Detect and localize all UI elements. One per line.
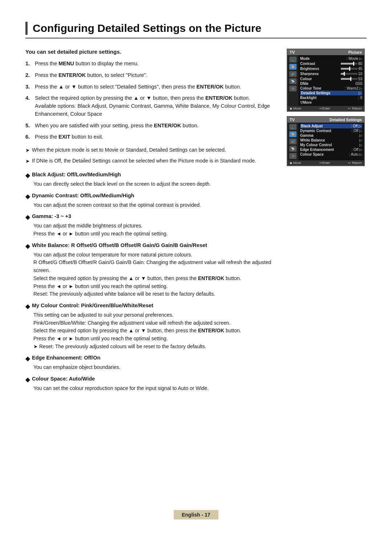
bullet-gamma: ◆ Gamma: -3 ~ +3 You can adjust the midd… (25, 213, 276, 238)
content-area: You can set detailed picture settings. 1… (25, 49, 367, 397)
page-title: Configuring Detailed Settings on the Pic… (33, 22, 261, 35)
tv-footer-1: ◆ Move ↵Enter ↩ Return (287, 106, 364, 111)
step-1: 1. Press the MENU button to display the … (25, 60, 276, 68)
step-5: 5. When you are satisfied with your sett… (25, 122, 276, 130)
tv-icon-1: 📺 (289, 57, 297, 62)
tv-icon-2-5: ⚙ (289, 153, 297, 159)
step-list: 1. Press the MENU button to display the … (25, 60, 276, 141)
page-container: Configuring Detailed Settings on the Pic… (0, 0, 392, 419)
tv-screen-detailed: TV Detailed Settings 📺 🎨 🔊 📡 ⚙ Black Adj… (287, 116, 365, 166)
tv-icon-2-1: 📺 (289, 124, 297, 130)
tv-row-whitebal: White Balance ▷ (300, 138, 362, 143)
page-number: English - 17 (174, 510, 219, 519)
tv-row-contrast: Contrast 80 (300, 61, 362, 66)
note-movie: ➤ When the picture mode is set to Movie … (25, 146, 276, 154)
tv-icon-2: 🎨 (289, 64, 297, 70)
tv-icon-4: 📡 (289, 78, 297, 84)
title-accent (25, 22, 28, 35)
tv-icon-3: 🔊 (289, 71, 297, 77)
tv-main-1: Mode : Movie ▷ Contrast (298, 55, 364, 106)
bullet-my-colour-control: ◆ My Colour Control: Pink/Green/Blue/Whi… (25, 303, 276, 350)
step-2: 2. Press the ENTER/OK button, to select … (25, 71, 276, 79)
tv-row-gamma2: Gamma ▷ (300, 133, 362, 138)
bullet-black-adjust: ◆ Black Adjust: Off/Low/Medium/High You … (25, 172, 276, 188)
tv-icon-5: ⚙ (289, 86, 297, 91)
intro-bold: You can set detailed picture settings. (25, 49, 276, 55)
tv-body-2: 📺 🎨 🔊 📡 ⚙ Black Adjust : Off ▷ Dynamic C… (287, 123, 364, 160)
tv-main-2: Black Adjust : Off ▷ Dynamic Contrast : … (298, 123, 364, 160)
tv-icon-2-2: 🎨 (289, 131, 297, 137)
tv-row-brightness: Brightness 45 (300, 66, 362, 71)
tv-header-2: TV Detailed Settings (287, 117, 364, 123)
tv-screen-picture: TV Picture 📺 🎨 🔊 📡 ⚙ Mode : Movie (287, 49, 365, 112)
tv-header-1: TV Picture (287, 49, 364, 55)
tv-icon-2-4: 📡 (289, 146, 297, 152)
tv-row-colourtone: Colour Tone : Warm2 ▷ (300, 86, 362, 91)
tv-sidebar-1: 📺 🎨 🔊 📡 ⚙ (287, 55, 298, 106)
tv-row-backlight: Backlight : 0 (300, 95, 362, 100)
tv-row-mycolour: My Colour Control ▷ (300, 143, 362, 147)
tv-row-edgeenh: Edge Enhancement : Off ▷ (300, 147, 362, 152)
tv-row-colourspace: Colour Space : Auto ▷ (300, 152, 362, 157)
tv-row-blackadjust: Black Adjust : Off ▷ (300, 124, 362, 128)
note-dnie: ➤ If DNIe is Off, the Detailed Settings … (25, 157, 276, 165)
step-3: 3. Press the ▲ or ▼ button to select "De… (25, 83, 276, 91)
tv-row-dyncontrast: Dynamic Contrast : Off ▷ (300, 128, 362, 133)
tv-row-colour: Colour 53 (300, 76, 362, 81)
tv-row-dnie: DNIe G50 (300, 81, 362, 86)
tv-icon-2-3: 🔊 (289, 139, 297, 144)
bullet-white-balance: ◆ White Balance: R Offset/G Offset/B Off… (25, 242, 276, 298)
tv-row-sharpness: Sharpness 10 (300, 71, 362, 76)
bullet-colour-space: ◆ Colour Space: Auto/Wide You can set th… (25, 376, 276, 393)
left-content: You can set detailed picture settings. 1… (25, 49, 276, 397)
tv-row-detailed: Detailed Settings ▷ (300, 91, 362, 95)
right-content: TV Picture 📺 🎨 🔊 📡 ⚙ Mode : Movie (287, 49, 367, 171)
tv-sidebar-2: 📺 🎨 🔊 📡 ⚙ (287, 123, 298, 160)
bullet-edge-enhancement: ◆ Edge Enhancement: Off/On You can empha… (25, 355, 276, 371)
step-4: 4. Select the required option by pressin… (25, 94, 276, 118)
bullet-dynamic-contrast: ◆ Dynamic Contrast: Off/Low/Medium/High … (25, 193, 276, 209)
title-bar: Configuring Detailed Settings on the Pic… (25, 22, 367, 38)
tv-body-1: 📺 🎨 🔊 📡 ⚙ Mode : Movie ▷ Contrast (287, 55, 364, 106)
step-6: 6. Press the EXIT button to exit. (25, 133, 276, 141)
tv-row-mode: Mode : Movie ▷ (300, 56, 362, 61)
tv-row-more: ▽More (300, 100, 362, 105)
tv-footer-2: ◆ Move ↵Enter ↩ Return (287, 160, 364, 165)
